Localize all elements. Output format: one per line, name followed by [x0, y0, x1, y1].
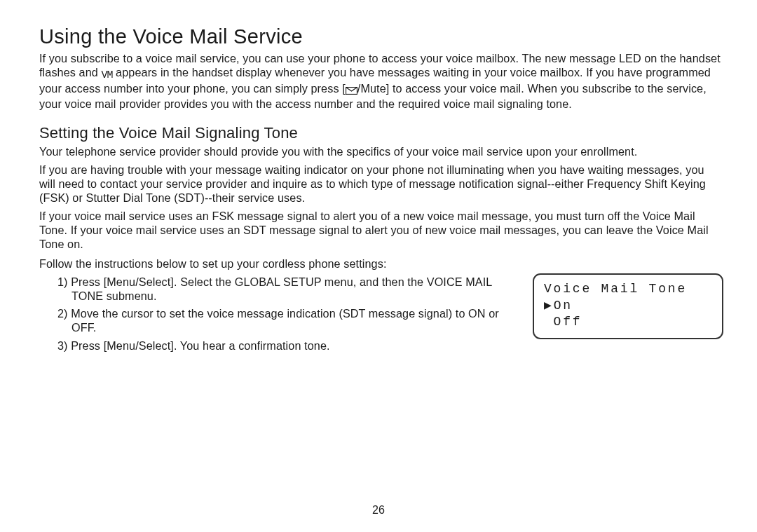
step-1: 1) Press [Menu/Select]. Select the GLOBA…	[39, 275, 523, 303]
lcd-screen-display: Voice Mail Tone ▶On Off	[533, 273, 723, 340]
body-para-3: If your voice mail service uses an FSK m…	[39, 210, 723, 252]
page-number: 26	[372, 504, 385, 517]
step-2: 2) Move the cursor to set the voice mess…	[39, 307, 523, 335]
section-subtitle: Setting the Voice Mail Signaling Tone	[39, 124, 723, 142]
steps-and-lcd-wrapper: 1) Press [Menu/Select]. Select the GLOBA…	[39, 275, 723, 358]
lcd-line-off: Off	[544, 314, 712, 331]
lcd-line-title: Voice Mail Tone	[544, 281, 712, 298]
body-para-1: Your telephone service provider should p…	[39, 145, 723, 159]
body-para-2: If you are having trouble with your mess…	[39, 163, 723, 205]
steps-column: 1) Press [Menu/Select]. Select the GLOBA…	[39, 275, 523, 358]
instruction-lead: Follow the instructions below to set up …	[39, 257, 723, 271]
intro-paragraph: If you subscribe to a voice mail service…	[39, 52, 723, 111]
page-title: Using the Voice Mail Service	[39, 25, 723, 48]
envelope-icon	[346, 83, 357, 97]
vm-display-icon: VM	[102, 69, 113, 82]
lcd-line-on: ▶On	[544, 298, 712, 315]
step-3: 3) Press [Menu/Select]. You hear a confi…	[39, 339, 523, 353]
